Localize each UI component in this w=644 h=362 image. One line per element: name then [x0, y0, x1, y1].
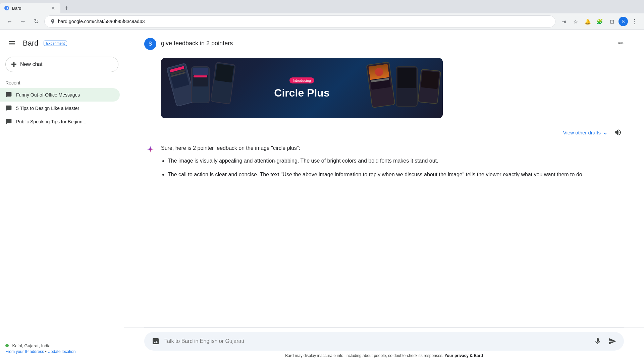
- chrome-profile-button[interactable]: S: [619, 17, 628, 26]
- chat-icon-tips: [5, 105, 12, 112]
- update-location-link[interactable]: Update location: [48, 349, 75, 354]
- app-logo: Bard: [23, 39, 38, 48]
- sidebar: Bard Experiment ✚ New chat Recent Funny …: [0, 30, 124, 362]
- refresh-button[interactable]: ↻: [31, 16, 42, 27]
- response-header: View other drafts ⌄: [144, 126, 624, 138]
- browser-chrome: B Bard ✕ + ← → ↻ bard.google.com/chat/58…: [0, 0, 644, 30]
- plus-icon: ✚: [11, 60, 17, 68]
- location-name: Kalol, Gujarat, India: [12, 343, 50, 348]
- response-text: Sure, here is 2 pointer feedback on the …: [161, 144, 624, 184]
- ip-address-link[interactable]: From your IP address: [5, 349, 44, 354]
- response-body: Sure, here is 2 pointer feedback on the …: [144, 144, 624, 184]
- speaker-button[interactable]: [612, 126, 624, 138]
- svg-text:B: B: [5, 6, 8, 10]
- location-links: From your IP address • Update location: [5, 349, 118, 354]
- chat-input[interactable]: [164, 338, 589, 344]
- location-dot: [5, 344, 9, 347]
- edit-message-button[interactable]: ✏: [618, 39, 624, 47]
- tab-title: Bard: [12, 6, 48, 11]
- sidebar-header: Bard Experiment: [0, 34, 124, 55]
- new-chat-button[interactable]: ✚ New chat: [5, 57, 118, 72]
- nav-actions: ⇥ ☆ 🔔 🧩 ⊡ S ⋮: [558, 16, 640, 27]
- bard-logo-icon: [144, 144, 156, 156]
- bullet-2: The call to action is clear and concise.…: [168, 170, 624, 179]
- back-button[interactable]: ←: [4, 16, 15, 27]
- image-center-content: Introducing Circle Plus: [274, 77, 329, 99]
- microphone-button[interactable]: [592, 335, 604, 347]
- main-content: S give feedback in 2 pointers ✏: [124, 30, 644, 362]
- circle-plus-image: Introducing Circle Plus: [161, 58, 443, 118]
- extensions-button[interactable]: 🧩: [594, 16, 605, 27]
- chat-icon-funny: [5, 92, 12, 98]
- view-drafts-button[interactable]: View other drafts ⌄: [563, 129, 608, 136]
- chat-area: S give feedback in 2 pointers ✏: [124, 30, 644, 327]
- new-chat-label: New chat: [20, 61, 43, 67]
- link-separator: •: [45, 349, 48, 354]
- input-area: Bard may display inaccurate info, includ…: [124, 327, 644, 362]
- circle-plus-title: Circle Plus: [274, 87, 329, 99]
- disclaimer-text: Bard may display inaccurate info, includ…: [285, 353, 443, 358]
- bullet-1: The image is visually appealing and atte…: [168, 157, 624, 165]
- chat-icon-speaking: [5, 118, 12, 125]
- chrome-menu-button[interactable]: ⋮: [629, 16, 640, 27]
- send-button[interactable]: [606, 335, 619, 347]
- response-bullets: The image is visually appealing and atte…: [161, 157, 624, 179]
- user-avatar: S: [144, 38, 156, 50]
- sidebar-footer: Kalol, Gujarat, India From your IP addre…: [0, 339, 124, 358]
- active-tab[interactable]: B Bard ✕: [0, 3, 60, 13]
- menu-button[interactable]: [5, 37, 19, 50]
- sidebar-item-speaking[interactable]: Public Speaking Tips for Beginn...: [0, 115, 120, 128]
- footer-disclaimer: Bard may display inaccurate info, includ…: [144, 351, 624, 359]
- address-text: bard.google.com/chat/58a0b85f83c9ad43: [58, 19, 550, 24]
- image-container: Introducing Circle Plus: [161, 58, 624, 118]
- response-intro: Sure, here is 2 pointer feedback on the …: [161, 145, 300, 151]
- location-info: Kalol, Gujarat, India: [5, 343, 118, 349]
- sidebar-item-label-speaking: Public Speaking Tips for Beginn...: [16, 119, 86, 124]
- recent-label: Recent: [0, 77, 124, 88]
- tab-bar: B Bard ✕ +: [0, 0, 644, 13]
- user-query-text: give feedback in 2 pointers: [161, 38, 613, 47]
- view-drafts-label: View other drafts: [563, 130, 601, 135]
- app: Bard Experiment ✚ New chat Recent Funny …: [0, 30, 644, 362]
- chevron-down-icon: ⌄: [603, 129, 608, 136]
- sidebar-item-funny[interactable]: Funny Out-of-Office Messages: [0, 88, 120, 102]
- edit-icon: ✏: [618, 40, 624, 47]
- new-tab-button[interactable]: +: [62, 3, 71, 13]
- bard-message: View other drafts ⌄: [144, 126, 624, 184]
- sidebar-item-tips[interactable]: 5 Tips to Design Like a Master: [0, 102, 120, 115]
- profile-menu-button[interactable]: ⊡: [606, 16, 617, 27]
- input-container: [144, 332, 624, 351]
- cast-button[interactable]: ⇥: [558, 16, 569, 27]
- forward-button[interactable]: →: [17, 16, 28, 27]
- image-upload-button[interactable]: [150, 335, 162, 347]
- privacy-link[interactable]: Your privacy & Bard: [444, 353, 483, 358]
- sidebar-item-label-tips: 5 Tips to Design Like a Master: [16, 106, 79, 111]
- nav-bar: ← → ↻ bard.google.com/chat/58a0b85f83c9a…: [0, 13, 644, 29]
- tab-favicon: B: [4, 5, 9, 11]
- sidebar-item-label-funny: Funny Out-of-Office Messages: [16, 92, 80, 98]
- address-bar[interactable]: bard.google.com/chat/58a0b85f83c9ad43: [44, 15, 555, 27]
- tab-close-button[interactable]: ✕: [50, 5, 56, 11]
- notifications-button[interactable]: 🔔: [582, 16, 593, 27]
- bookmark-button[interactable]: ☆: [570, 16, 581, 27]
- introducing-badge: Introducing: [289, 77, 314, 83]
- experiment-badge: Experiment: [44, 41, 67, 46]
- user-message: S give feedback in 2 pointers ✏: [144, 38, 624, 50]
